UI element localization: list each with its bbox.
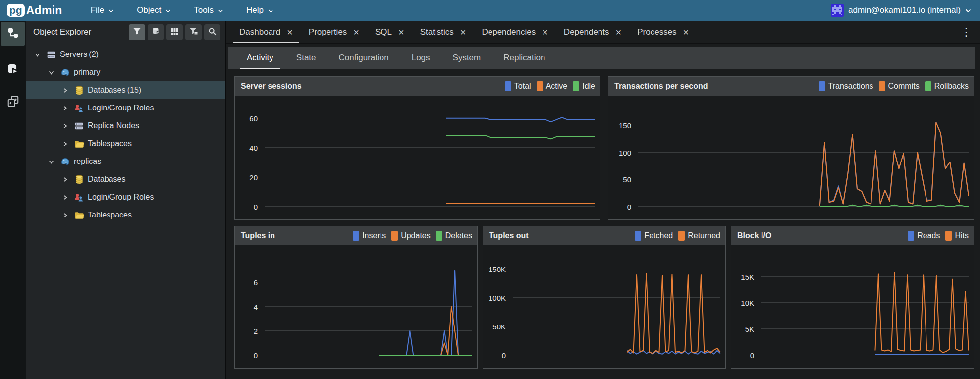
tree-item-label: Replica Nodes xyxy=(88,121,139,130)
database-icon xyxy=(73,85,85,95)
search-button[interactable] xyxy=(204,24,220,40)
chart-lines xyxy=(761,253,969,355)
object-explorer-button[interactable] xyxy=(1,22,25,46)
panel-title: Transactions per second xyxy=(614,82,708,91)
close-icon[interactable]: × xyxy=(542,27,548,37)
tab-dependents[interactable]: Dependents× xyxy=(556,21,629,43)
user-menu[interactable]: admin@okami101.io (internal) xyxy=(831,4,971,17)
tree-item-tablespaces[interactable]: Tablespaces xyxy=(26,206,225,224)
chart-area: 0204060 xyxy=(235,96,600,219)
series-line-total xyxy=(446,117,595,122)
expand-twisty-icon[interactable] xyxy=(59,123,70,129)
chart-area: 0246 xyxy=(235,245,477,368)
roles-icon xyxy=(73,192,85,202)
close-icon[interactable]: × xyxy=(683,27,689,37)
close-icon[interactable]: × xyxy=(287,27,293,37)
tree-item-tablespaces[interactable]: Tablespaces xyxy=(26,135,225,153)
tree-indent-guide xyxy=(52,81,52,144)
menu-label: Object xyxy=(137,5,161,15)
subtab-configuration[interactable]: Configuration xyxy=(327,47,400,69)
legend-updates: Updates xyxy=(391,231,431,241)
panel-header: Tuples out FetchedReturned xyxy=(483,226,725,245)
grid-button[interactable] xyxy=(166,24,183,40)
legend-swatch xyxy=(353,231,359,241)
y-tick-label: 100 xyxy=(619,148,631,157)
legend-label: Deletes xyxy=(445,231,472,240)
collapse-twisty-icon[interactable] xyxy=(46,159,56,164)
tree-item-databases[interactable]: Databases xyxy=(26,170,225,188)
legend-label: Total xyxy=(514,82,531,91)
workspace: Object Explorer Servers (2)primaryDataba… xyxy=(0,21,980,379)
expand-twisty-icon[interactable] xyxy=(59,88,70,93)
y-tick-label: 5K xyxy=(745,325,754,333)
close-icon[interactable]: × xyxy=(460,27,466,37)
tab-label: Properties xyxy=(309,27,347,37)
filter-table-button[interactable] xyxy=(185,24,202,40)
tree-item-servers[interactable]: Servers (2) xyxy=(26,46,225,63)
layout-switch-icon xyxy=(7,95,19,109)
legend-swatch xyxy=(505,81,511,91)
panel-tuples-in: Tuples in InsertsUpdatesDeletes 0246 xyxy=(234,226,478,369)
chart-lines xyxy=(265,253,472,355)
subtab-state[interactable]: State xyxy=(285,47,327,69)
close-icon[interactable]: × xyxy=(616,27,622,37)
expand-twisty-icon[interactable] xyxy=(59,195,70,200)
close-icon[interactable]: × xyxy=(353,27,359,37)
query-tool-button[interactable] xyxy=(1,58,25,82)
tree-indent-guide xyxy=(52,170,52,215)
collapse-twisty-icon[interactable] xyxy=(46,70,56,75)
expand-twisty-icon[interactable] xyxy=(59,141,70,147)
legend-label: Transactions xyxy=(828,82,873,91)
tree-item-replicas[interactable]: replicas xyxy=(26,153,225,170)
tree-item-login-group-roles[interactable]: Login/Group Roles xyxy=(26,188,225,206)
subtab-activity[interactable]: Activity xyxy=(235,47,285,69)
tree-item-primary[interactable]: primary xyxy=(26,63,225,81)
pgadmin-logo-badge: pg xyxy=(7,4,25,17)
legend-reads: Reads xyxy=(908,231,940,241)
panel-block-io: Block I/O ReadsHits 05K10K15K xyxy=(731,226,974,369)
expand-twisty-icon[interactable] xyxy=(59,213,70,218)
tab-properties[interactable]: Properties× xyxy=(301,21,367,43)
layout-switch-button[interactable] xyxy=(1,90,25,114)
menu-file[interactable]: File xyxy=(79,0,125,21)
filter-button[interactable] xyxy=(129,24,145,40)
y-tick-label: 0 xyxy=(627,203,631,211)
kebab-menu-icon[interactable]: ⋮ xyxy=(953,26,980,39)
menu-object[interactable]: Object xyxy=(125,0,182,21)
database-arrow-button[interactable] xyxy=(148,24,164,40)
tab-sql[interactable]: SQL× xyxy=(367,21,412,43)
subtab-logs[interactable]: Logs xyxy=(400,47,441,69)
panel-title: Tuples out xyxy=(489,231,529,240)
tab-label: Dependencies xyxy=(482,27,536,37)
y-tick-label: 2 xyxy=(254,326,258,335)
tree-item-databases[interactable]: Databases (15) xyxy=(26,81,225,99)
tree-item-replica-nodes[interactable]: Replica Nodes xyxy=(26,117,225,135)
close-icon[interactable]: × xyxy=(398,27,404,37)
panel-transactions-per-second: Transactions per second TransactionsComm… xyxy=(608,76,974,220)
panel-tuples-out: Tuples out FetchedReturned 050K100K150K xyxy=(483,226,726,369)
chart-lines xyxy=(638,104,969,207)
subtab-replication[interactable]: Replication xyxy=(492,47,556,69)
menu-help[interactable]: Help xyxy=(235,0,285,21)
object-explorer-title: Object Explorer xyxy=(33,27,91,37)
legend-label: Fetched xyxy=(644,231,673,240)
subtab-system[interactable]: System xyxy=(441,47,492,69)
menu-label: Help xyxy=(246,5,264,15)
query-tool-icon xyxy=(6,63,19,77)
tab-statistics[interactable]: Statistics× xyxy=(412,21,474,43)
collapse-twisty-icon[interactable] xyxy=(32,52,43,57)
postgres-icon xyxy=(59,157,71,166)
tab-processes[interactable]: Processes× xyxy=(629,21,697,43)
expand-twisty-icon[interactable] xyxy=(59,177,70,182)
tree-item-label: Servers (2) xyxy=(60,50,99,59)
y-tick-label: 50 xyxy=(623,175,631,184)
tree-item-login-group-roles[interactable]: Login/Group Roles xyxy=(26,99,225,117)
expand-twisty-icon[interactable] xyxy=(59,106,70,111)
tab-dashboard[interactable]: Dashboard× xyxy=(231,21,301,43)
y-tick-label: 150K xyxy=(489,265,506,273)
tab-label: Dependents xyxy=(564,27,609,37)
menu-tools[interactable]: Tools xyxy=(182,0,235,21)
menu-bar: pg Admin FileObjectToolsHelp admin@okami… xyxy=(0,0,980,21)
panel-header: Server sessions TotalActiveIdle xyxy=(235,77,600,96)
tab-dependencies[interactable]: Dependencies× xyxy=(474,21,555,43)
